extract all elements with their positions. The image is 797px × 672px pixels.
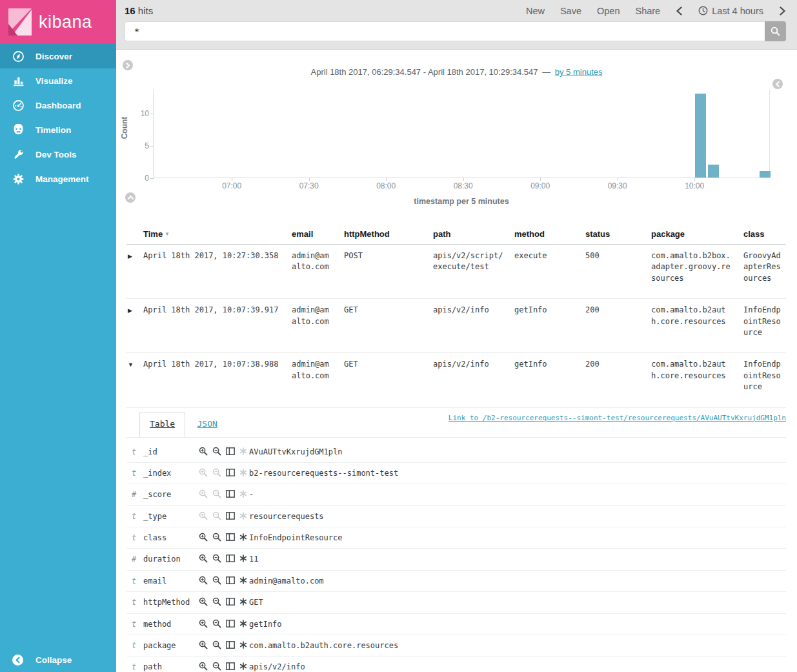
toggle-column-icon[interactable] <box>226 641 235 649</box>
toggle-column-icon[interactable] <box>226 576 235 584</box>
detail-field-row: # duration 11 <box>126 548 786 569</box>
filter-for-field-present-icon[interactable] <box>239 662 247 670</box>
filter-for-value-icon[interactable] <box>199 597 208 606</box>
sidebar-item-timelion[interactable]: Timelion <box>0 117 116 142</box>
filter-for-value-icon[interactable] <box>199 640 208 649</box>
column-header-package[interactable]: package <box>646 225 738 245</box>
time-range-header: April 18th 2017, 06:29:34.547 - April 18… <box>116 67 797 77</box>
x-axis-title: timestamp per 5 minutes <box>153 197 770 206</box>
toggle-column-icon[interactable] <box>226 662 235 670</box>
sidebar-item-devtools[interactable]: Dev Tools <box>0 142 116 167</box>
table-row[interactable]: ▶ April 18th 2017, 10:07:39.917 admin@am… <box>126 299 786 353</box>
collapse-row-icon[interactable]: ▼ <box>128 361 134 368</box>
toggle-column-icon[interactable] <box>226 620 235 627</box>
column-header-email[interactable]: email <box>287 225 339 245</box>
filter-out-value-icon[interactable] <box>212 511 221 520</box>
histogram-bar[interactable] <box>695 94 706 178</box>
y-axis-tick <box>150 146 154 147</box>
cell-status: 500 <box>580 245 646 299</box>
save-button[interactable]: Save <box>560 6 581 16</box>
column-header-httpmethod[interactable]: httpMethod <box>339 225 428 245</box>
filter-out-value-icon[interactable] <box>212 597 221 606</box>
tab-json[interactable]: JSON <box>187 412 227 437</box>
toggle-column-icon[interactable] <box>226 447 235 455</box>
filter-out-value-icon[interactable] <box>212 533 221 542</box>
plot-area[interactable]: 051007:0007:3008:0008:3009:0009:3010:00 <box>153 90 770 178</box>
filter-for-value-icon[interactable] <box>199 489 208 498</box>
sidebar-item-label: Dev Tools <box>35 150 77 159</box>
toggle-column-icon[interactable] <box>226 469 235 476</box>
filter-for-field-present-icon[interactable] <box>239 598 247 606</box>
filter-for-value-icon[interactable] <box>199 576 208 585</box>
sidebar-item-management[interactable]: Management <box>0 167 116 191</box>
document-link[interactable]: Link to /b2-resourcerequests--simont-tes… <box>449 413 786 423</box>
filter-for-value-icon[interactable] <box>199 662 208 671</box>
collapse-chart-button[interactable] <box>125 192 136 203</box>
search-button[interactable] <box>765 21 786 41</box>
sidebar-collapse-button[interactable]: Collapse <box>0 647 116 672</box>
filter-out-value-icon[interactable] <box>212 576 221 585</box>
kibana-logo[interactable]: kibana <box>0 0 116 44</box>
filter-out-value-icon[interactable] <box>212 489 221 498</box>
filter-out-value-icon[interactable] <box>212 640 221 649</box>
histogram-bar[interactable] <box>708 165 719 178</box>
filter-for-field-present-icon[interactable] <box>239 447 247 455</box>
sidebar-item-visualize[interactable]: Visualize <box>0 68 116 93</box>
filter-for-field-present-icon[interactable] <box>239 555 247 562</box>
filter-for-value-icon[interactable] <box>199 619 208 628</box>
filter-for-field-present-icon[interactable] <box>239 576 247 584</box>
toggle-column-icon[interactable] <box>226 512 235 520</box>
interval-link[interactable]: by 5 minutes <box>555 67 603 77</box>
filter-for-field-present-icon[interactable] <box>239 512 247 520</box>
expand-row-icon[interactable]: ▶ <box>128 307 132 314</box>
filter-for-value-icon[interactable] <box>199 533 208 542</box>
column-header-path[interactable]: path <box>428 225 509 245</box>
filter-out-value-icon[interactable] <box>212 554 221 563</box>
filter-for-field-present-icon[interactable] <box>239 469 247 476</box>
column-header-class[interactable]: class <box>738 225 786 245</box>
table-row[interactable]: ▶ April 18th 2017, 10:27:30.358 admin@am… <box>126 245 786 299</box>
time-forward-button[interactable] <box>779 6 786 15</box>
x-axis-tick <box>618 178 618 181</box>
field-actions <box>199 467 249 477</box>
open-button[interactable]: Open <box>597 6 620 16</box>
time-picker-button[interactable]: Last 4 hours <box>698 6 763 16</box>
sidebar-item-discover[interactable]: Discover <box>0 44 116 68</box>
field-value: GET <box>249 596 786 608</box>
toggle-column-icon[interactable] <box>226 555 235 562</box>
filter-for-value-icon[interactable] <box>199 468 208 477</box>
column-header-method[interactable]: method <box>509 225 580 245</box>
filter-out-value-icon[interactable] <box>212 619 221 628</box>
new-button[interactable]: New <box>526 6 545 16</box>
filter-for-value-icon[interactable] <box>199 447 208 456</box>
filter-for-value-icon[interactable] <box>199 511 208 520</box>
cell-method: getInfo <box>509 353 580 407</box>
field-value: b2-resourcerequests--simont-test <box>249 467 786 479</box>
sidebar-item-label: Visualize <box>35 76 73 86</box>
bar-chart-icon <box>12 75 35 87</box>
time-back-button[interactable] <box>676 6 683 15</box>
histogram-bar[interactable] <box>760 171 771 178</box>
table-row-expanded[interactable]: ▼ April 18th 2017, 10:07:38.988 admin@am… <box>126 353 786 407</box>
toggle-column-icon[interactable] <box>226 490 235 498</box>
search-input[interactable] <box>125 21 765 41</box>
share-button[interactable]: Share <box>635 6 660 16</box>
sidebar-item-dashboard[interactable]: Dashboard <box>0 93 116 117</box>
filter-out-value-icon[interactable] <box>212 468 221 477</box>
column-header-status[interactable]: status <box>580 225 646 245</box>
column-header-time[interactable]: Time▼ <box>138 225 287 245</box>
toggle-column-icon[interactable] <box>226 598 235 606</box>
topbar: 16 hits New Save Open Share Last 4 hours <box>116 0 797 50</box>
filter-for-field-present-icon[interactable] <box>239 533 247 541</box>
filter-for-field-present-icon[interactable] <box>239 620 247 627</box>
tab-table[interactable]: Table <box>139 412 185 438</box>
toggle-column-icon[interactable] <box>226 533 235 541</box>
filter-out-value-icon[interactable] <box>212 662 221 671</box>
filter-for-value-icon[interactable] <box>199 554 208 563</box>
filter-for-field-present-icon[interactable] <box>239 641 247 649</box>
wrench-icon <box>12 148 35 161</box>
cell-status: 200 <box>580 299 646 353</box>
filter-out-value-icon[interactable] <box>212 447 221 456</box>
field-actions <box>199 553 249 563</box>
filter-for-field-present-icon[interactable] <box>239 490 247 498</box>
